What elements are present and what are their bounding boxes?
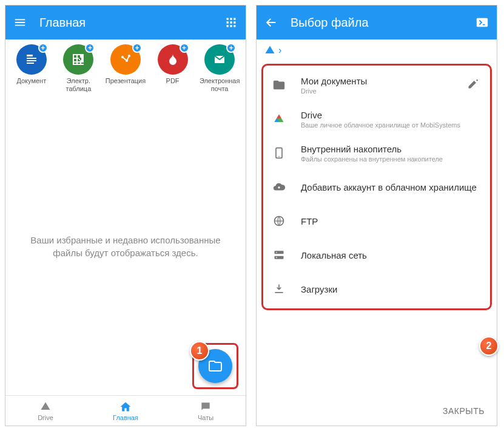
folder-icon: [272, 78, 286, 92]
back-icon[interactable]: [264, 15, 278, 30]
storage-title: Добавить аккаунт в облачном хранилище: [301, 182, 482, 192]
storage-downloads[interactable]: Загрузки: [263, 272, 490, 306]
storage-drive[interactable]: Drive Ваше личное облачное хранилище от …: [263, 102, 490, 136]
create-pdf[interactable]: + PDF: [150, 44, 195, 93]
appbar-title: Главная: [39, 16, 224, 30]
storage-title: Внутренний накопитель: [301, 144, 482, 154]
download-icon: [272, 282, 286, 296]
create-presentation[interactable]: + Презентация: [102, 44, 148, 93]
nav-chats[interactable]: Чаты: [166, 396, 246, 426]
svg-point-5: [278, 156, 280, 157]
menu-icon[interactable]: [13, 15, 27, 30]
appbar-title: Выбор файла: [291, 16, 475, 30]
svg-rect-8: [275, 256, 284, 259]
svg-rect-7: [275, 251, 284, 254]
breadcrumb[interactable]: ›: [257, 39, 497, 61]
nav-drive[interactable]: Drive: [5, 396, 86, 426]
dialog-actions: ЗАКРЫТЬ: [257, 396, 497, 426]
create-label: Электронная почта: [197, 77, 243, 93]
edit-icon[interactable]: [467, 78, 482, 92]
storage-title: FTP: [301, 216, 482, 226]
phone-icon: [272, 146, 286, 160]
storage-title: Локальная сеть: [301, 250, 482, 260]
create-label: Презентация: [106, 77, 146, 85]
svg-point-9: [276, 252, 277, 253]
nav-label: Главная: [113, 414, 138, 421]
close-button[interactable]: ЗАКРЫТЬ: [443, 406, 485, 416]
main-screen: Главная + Документ + Электр. таблица + П…: [5, 5, 246, 426]
storage-sub: Ваше личное облачное хранилище от MobiSy…: [301, 121, 482, 129]
create-email[interactable]: + Электронная почта: [197, 44, 243, 93]
bottom-nav: Drive Главная Чаты: [5, 395, 246, 426]
nav-label: Drive: [38, 414, 53, 421]
nav-label: Чаты: [198, 414, 213, 421]
create-spreadsheet[interactable]: + Электр. таблица: [56, 44, 101, 93]
create-label: Электр. таблица: [56, 77, 101, 93]
create-label: Документ: [16, 77, 46, 85]
globe-icon: [272, 214, 286, 228]
storage-lan[interactable]: Локальная сеть: [263, 238, 490, 272]
storage-title: Загрузки: [301, 284, 482, 294]
storage-internal[interactable]: Внутренний накопитель Файлы сохранены на…: [263, 136, 490, 170]
cloud-plus-icon: [272, 180, 286, 194]
appbar-main: Главная: [5, 5, 246, 39]
callout-marker-1: 1: [190, 341, 209, 361]
storage-ftp[interactable]: FTP: [263, 204, 490, 238]
app-logo-icon[interactable]: [475, 15, 489, 30]
highlight-storage: Мои документы Drive Drive Ваше личное об…: [261, 64, 492, 310]
storage-sub: Drive: [301, 87, 467, 95]
storage-sub: Файлы сохранены на внутреннем накопителе: [301, 155, 482, 163]
callout-marker-2: 2: [479, 336, 499, 356]
appbar-picker: Выбор файла: [257, 5, 497, 39]
storage-title: Мои документы: [301, 76, 467, 86]
create-actions: + Документ + Электр. таблица + Презентац…: [5, 39, 246, 98]
storage-my-documents[interactable]: Мои документы Drive: [263, 68, 490, 102]
create-label: PDF: [166, 77, 180, 85]
view-grid-icon[interactable]: [224, 15, 238, 30]
file-picker-screen: Выбор файла › Мои документы Drive Drive: [256, 5, 497, 426]
nav-home[interactable]: Главная: [86, 396, 166, 426]
svg-point-10: [276, 257, 277, 258]
storage-title: Drive: [301, 110, 482, 120]
storage-add-cloud[interactable]: Добавить аккаунт в облачном хранилище: [263, 170, 490, 204]
server-icon: [272, 248, 286, 262]
storage-list: Мои документы Drive Drive Ваше личное об…: [257, 61, 497, 396]
drive-icon: [272, 112, 286, 126]
create-document[interactable]: + Документ: [8, 44, 54, 93]
chevron-right-icon: ›: [278, 45, 281, 56]
